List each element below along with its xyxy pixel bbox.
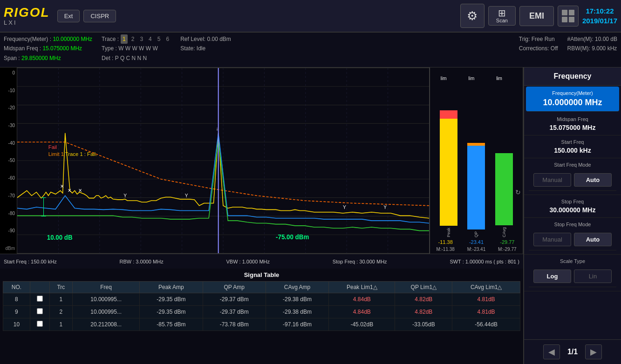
info-atten: #Atten(M): 10.00 dB RBW(M): 9.000 kHz (567, 34, 617, 65)
datetime-line2: 2019/01/17 (582, 16, 617, 26)
cavg-bar-col: lim CAvg (495, 72, 513, 237)
datetime-line1: 17:10:22 (582, 6, 617, 16)
page-prev-btn[interactable]: ◀ (543, 344, 560, 359)
row10-cavg-amp: -97.16 dBm (266, 318, 328, 331)
col-cavg-lim: CAvg Lim1△ (452, 282, 520, 293)
row10-checkbox[interactable] (37, 321, 43, 327)
stop-mode-manual-btn[interactable]: Manual (533, 233, 571, 246)
row10-peak-amp: -85.75 dBm (140, 318, 203, 331)
svg-text:✕: ✕ (78, 188, 82, 193)
page-next-btn[interactable]: ▶ (585, 344, 602, 359)
y-axis: 0 -10 -20 -30 -40 -50 -60 -70 -80 -90 dB… (0, 67, 17, 254)
scale-log-btn[interactable]: Log (533, 270, 571, 283)
scale-lin-btn[interactable]: Lin (574, 270, 612, 283)
ext-button[interactable]: Ext (57, 10, 80, 22)
sidebar-midspan-label: Midspan Freq (529, 116, 616, 122)
trace-3: 3 (138, 34, 145, 44)
cavg-label: CAvg (502, 225, 506, 237)
info-left: Frequency(Meter) : 10.000000 MHz Midspan… (4, 34, 92, 65)
vbw-info: VBW : 1.0000 MHz (226, 259, 270, 264)
refresh-icon[interactable]: ↻ (515, 189, 521, 196)
qp-blue-segment (467, 146, 485, 229)
svg-text:Y: Y (383, 204, 387, 210)
sidebar-freq-meter-label: Frequency(Meter) (531, 90, 614, 96)
grid-cell-1 (562, 10, 567, 15)
sidebar-midspan-value: 15.075000 MHz (529, 124, 616, 131)
svg-text:✕: ✕ (61, 183, 65, 189)
rbw-m-label: RBW(M): 9.000 kHz (567, 44, 617, 53)
sidebar-start-freq-mode: Start Freq Mode Manual Auto (524, 158, 621, 195)
frequency-label: Frequency(Meter) : 10.000000 MHz (4, 34, 92, 44)
header: RIGOL LXI Ext CISPR ⚙ ⊞ Scan EMI 17:10:2… (0, 0, 621, 33)
cavg-green-segment (495, 153, 513, 225)
sidebar-scale-type-label: Scale Type (529, 258, 616, 264)
row8-qp-amp: -29.37 dBm (203, 293, 266, 306)
start-mode-auto-btn[interactable]: Auto (574, 173, 612, 187)
chart-main: ✕ ✕ ✕ Y Y ↓ Y Y 10.00 dB -75.00 (17, 67, 430, 254)
settings-button[interactable]: ⚙ (460, 4, 485, 28)
emi-button[interactable]: EMI (519, 6, 554, 26)
sidebar-start-mode-label: Start Freq Mode (529, 162, 616, 168)
row8-cavg-amp: -29.38 dBm (266, 293, 328, 306)
row8-no: 8 (3, 293, 30, 306)
state-label: State: Idle (180, 44, 510, 53)
col-no: NO. (3, 282, 30, 293)
svg-text:Trace 1 : Fail.: Trace 1 : Fail. (65, 151, 97, 157)
sidebar-start-freq[interactable]: Start Freq 150.000 kHz (524, 135, 621, 158)
qp-subval: M:-23.41 (467, 247, 485, 252)
start-mode-manual-btn[interactable]: Manual (533, 173, 571, 187)
trace-6: 6 (164, 34, 171, 44)
sidebar-freq-meter-value: 10.000000 MHz (531, 98, 614, 108)
y-80: -80 (2, 211, 15, 216)
cispr-button[interactable]: CISPR (83, 10, 116, 22)
row9-check[interactable] (30, 306, 49, 318)
row9-freq: 10.000995... (72, 306, 139, 318)
stop-mode-auto-btn[interactable]: Auto (574, 233, 612, 246)
peak-label: Peak (446, 226, 451, 237)
cavg-lim-label: lim (496, 76, 502, 81)
row10-trc: 1 (49, 318, 72, 331)
sidebar-midspan-freq[interactable]: Midspan Freq 15.075000 MHz (524, 113, 621, 135)
row9-checkbox[interactable] (37, 308, 43, 314)
right-sidebar: Frequency Frequency(Meter) 10.000000 MHz… (523, 67, 621, 364)
peak-yellow-segment (440, 119, 457, 226)
svg-text:Y: Y (123, 192, 127, 198)
sidebar-stop-freq-value: 30.000000 MHz (529, 206, 616, 214)
row9-cavg-amp: -29.38 dBm (266, 306, 328, 318)
grid-button[interactable] (558, 6, 579, 27)
stop-mode-btn-row: Manual Auto (529, 229, 616, 250)
y-30: -30 (2, 123, 15, 128)
row10-peak-lim: -45.02dB (329, 318, 395, 331)
row8-check[interactable] (30, 293, 49, 306)
trace-2: 2 (130, 34, 136, 44)
chart-section: 0 -10 -20 -30 -40 -50 -60 -70 -80 -90 dB… (0, 67, 523, 254)
table-row: 9 2 10.000995... -29.35 dBm -29.37 dBm -… (3, 306, 520, 318)
sidebar-frequency-meter[interactable]: Frequency(Meter) 10.000000 MHz (526, 87, 619, 112)
qp-label: QP (474, 229, 478, 237)
col-freq: Freq (72, 282, 139, 293)
y-20: -20 (2, 105, 15, 110)
grid-cell-3 (562, 17, 567, 22)
sidebar-stop-freq-label: Stop Freq (529, 199, 616, 204)
scan-button[interactable]: ⊞ Scan (488, 6, 516, 26)
bar-values: -11.38 -23.41 -29.77 (430, 237, 523, 247)
svg-text:-75.00 dBm: -75.00 dBm (276, 234, 309, 241)
rigol-logo: RIGOL (4, 6, 50, 19)
svg-text:Y: Y (343, 204, 346, 210)
row8-peak-lim: 4.84dB (329, 293, 395, 306)
lxi-label: LXI (4, 19, 17, 26)
bar-subvals: M:-11.38 M:-23.41 M:-29.77 (430, 247, 523, 254)
sidebar-stop-freq[interactable]: Stop Freq 30.000000 MHz (524, 195, 621, 218)
bar-chart: lim Peak lim QP lim (430, 67, 523, 254)
start-mode-btn-row: Manual Auto (529, 169, 616, 191)
type-row: Type : W W W W W W (102, 44, 171, 53)
row9-peak-lim: 4.84dB (329, 306, 395, 318)
row8-checkbox[interactable] (37, 296, 43, 302)
sidebar-title: Frequency (524, 67, 621, 86)
row10-no: 10 (3, 318, 30, 331)
row9-peak-amp: -29.35 dBm (140, 306, 203, 318)
row8-freq: 10.000995... (72, 293, 139, 306)
trig-label: Trig: Free Run (519, 34, 558, 44)
row10-check[interactable] (30, 318, 49, 331)
row10-freq: 20.212008... (72, 318, 139, 331)
